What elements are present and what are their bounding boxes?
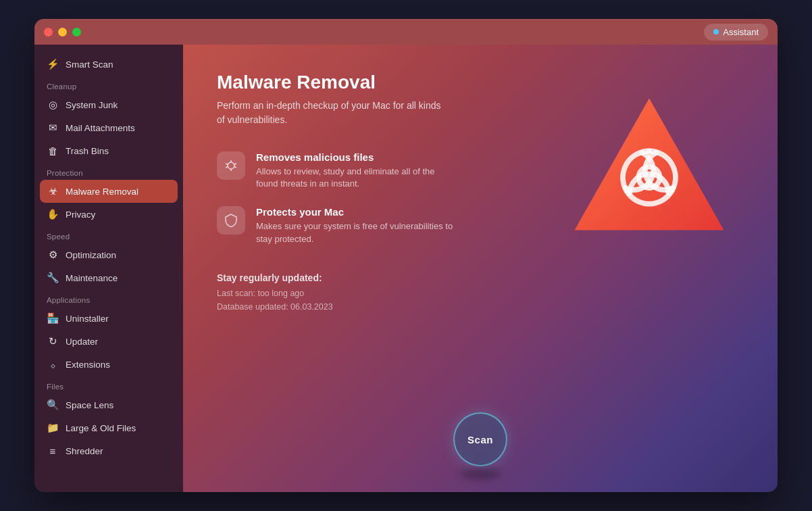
- last-scan-info: Last scan: too long ago Database updated…: [217, 287, 744, 314]
- sidebar-item-privacy[interactable]: ✋ Privacy: [34, 203, 183, 226]
- feature-description: Allows to review, study and eliminate al…: [256, 166, 459, 190]
- sidebar-item-maintenance[interactable]: 🔧 Maintenance: [34, 266, 183, 289]
- assistant-button[interactable]: Assistant: [704, 24, 768, 41]
- last-scan-text: Last scan: too long ago: [217, 287, 744, 300]
- sidebar-item-label: Updater: [66, 337, 98, 347]
- biohazard-icon: [561, 85, 737, 261]
- sidebar-item-mail-attachments[interactable]: ✉ Mail Attachments: [34, 116, 183, 139]
- svg-line-3: [226, 164, 228, 165]
- titlebar: Assistant: [34, 19, 778, 45]
- main-content: Malware Removal Perform an in-depth chec…: [183, 45, 778, 492]
- sidebar-item-trash-bins[interactable]: 🗑 Trash Bins: [34, 139, 183, 162]
- smart-scan-icon: ⚡: [47, 58, 59, 70]
- large-files-icon: 📁: [47, 422, 59, 434]
- uninstaller-icon: 🏪: [47, 312, 59, 324]
- sidebar-item-space-lens[interactable]: 🔍 Space Lens: [34, 393, 183, 416]
- assistant-label: Assistant: [723, 27, 759, 37]
- minimize-button[interactable]: [58, 28, 67, 36]
- bug-icon: [217, 151, 245, 180]
- privacy-icon: ✋: [47, 208, 59, 220]
- sidebar-item-label: Maintenance: [66, 273, 118, 283]
- scan-button[interactable]: Scan: [453, 412, 507, 466]
- system-junk-icon: ◎: [47, 99, 59, 111]
- sidebar-item-label: Privacy: [66, 210, 95, 220]
- sidebar-item-label: Malware Removal: [66, 187, 138, 197]
- content-area: ⚡ Smart Scan Cleanup ◎ System Junk ✉ Mai…: [34, 45, 778, 492]
- sidebar-section-speed: Speed: [34, 226, 183, 243]
- sidebar-item-uninstaller[interactable]: 🏪 Uninstaller: [34, 307, 183, 330]
- scan-button-container: Scan: [453, 412, 507, 479]
- sidebar-item-label: Optimization: [66, 250, 116, 260]
- close-button[interactable]: [44, 28, 53, 36]
- sidebar-section-files: Files: [34, 376, 183, 393]
- sidebar-section-cleanup: Cleanup: [34, 76, 183, 93]
- maintenance-icon: 🔧: [47, 272, 59, 284]
- sidebar-item-label: Mail Attachments: [66, 123, 135, 133]
- sidebar-item-label: Large & Old Files: [66, 423, 136, 433]
- svg-line-6: [234, 164, 236, 165]
- app-window: Assistant ⚡ Smart Scan Cleanup ◎ System …: [34, 19, 778, 492]
- feature-title: Removes malicious files: [256, 151, 459, 163]
- sidebar-section-protection: Protection: [34, 162, 183, 180]
- update-section: Stay regularly updated: Last scan: too l…: [217, 272, 744, 314]
- mail-icon: ✉: [47, 122, 59, 134]
- sidebar-item-label: Space Lens: [66, 400, 113, 410]
- sidebar-item-label: Extensions: [66, 360, 110, 370]
- page-subtitle: Perform an in-depth checkup of your Mac …: [217, 99, 447, 127]
- shredder-icon: ≡: [47, 445, 59, 457]
- sidebar-item-system-junk[interactable]: ◎ System Junk: [34, 93, 183, 116]
- traffic-lights: [44, 28, 81, 36]
- scan-shadow: [460, 469, 501, 479]
- sidebar-item-large-old-files[interactable]: 📁 Large & Old Files: [34, 416, 183, 439]
- hero-icon: [561, 85, 737, 261]
- updater-icon: ↻: [47, 335, 59, 347]
- database-updated-text: Database updated: 06.03.2023: [217, 300, 744, 314]
- sidebar: ⚡ Smart Scan Cleanup ◎ System Junk ✉ Mai…: [34, 45, 183, 492]
- sidebar-item-optimization[interactable]: ⚙ Optimization: [34, 243, 183, 266]
- svg-point-0: [228, 162, 234, 169]
- optimization-icon: ⚙: [47, 249, 59, 261]
- sidebar-item-extensions[interactable]: ⬦ Extensions: [34, 353, 183, 376]
- sidebar-item-label: System Junk: [66, 100, 118, 110]
- malware-icon: ☣: [47, 185, 59, 197]
- feature-removes-malicious-text: Removes malicious files Allows to review…: [256, 151, 459, 190]
- sidebar-item-label: Trash Bins: [66, 146, 109, 156]
- sidebar-section-applications: Applications: [34, 289, 183, 307]
- sidebar-item-shredder[interactable]: ≡ Shredder: [34, 439, 183, 462]
- update-title: Stay regularly updated:: [217, 272, 744, 283]
- svg-line-5: [226, 167, 228, 168]
- maximize-button[interactable]: [72, 28, 81, 36]
- space-lens-icon: 🔍: [47, 399, 59, 411]
- svg-line-4: [234, 167, 236, 168]
- shield-icon: [217, 206, 245, 235]
- sidebar-item-label: Shredder: [66, 446, 103, 456]
- trash-icon: 🗑: [47, 145, 59, 157]
- feature-description: Makes sure your system is free of vulner…: [256, 220, 459, 245]
- sidebar-item-updater[interactable]: ↻ Updater: [34, 330, 183, 353]
- sidebar-item-label: Smart Scan: [66, 59, 113, 70]
- sidebar-item-label: Uninstaller: [66, 314, 109, 324]
- feature-protects-mac-text: Protects your Mac Makes sure your system…: [256, 206, 459, 245]
- extensions-icon: ⬦: [47, 358, 59, 370]
- feature-title: Protects your Mac: [256, 206, 459, 218]
- sidebar-item-malware-removal[interactable]: ☣ Malware Removal: [40, 180, 178, 203]
- assistant-dot-icon: [713, 29, 719, 34]
- sidebar-item-smart-scan[interactable]: ⚡ Smart Scan: [34, 53, 183, 76]
